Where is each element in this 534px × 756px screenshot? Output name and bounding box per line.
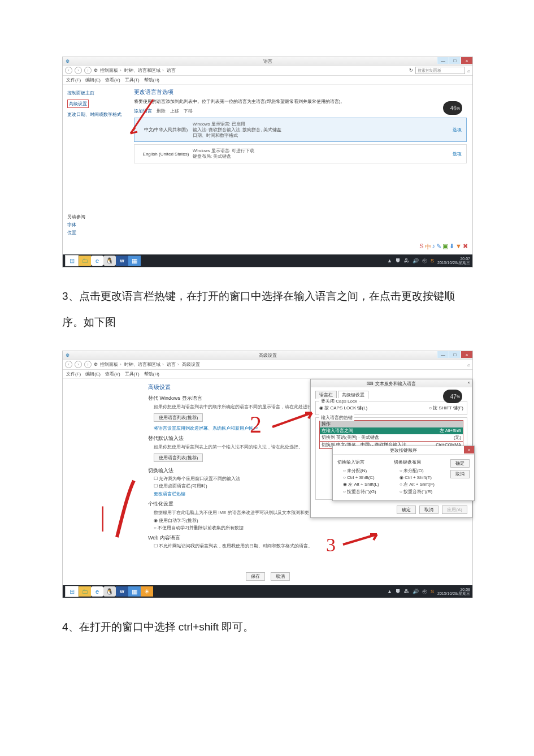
auto-learn-radio[interactable]: ◉ 使用自动学习(推荐): [154, 517, 468, 524]
caps-radio-shift[interactable]: ○ 按 SHIFT 键(F): [429, 405, 463, 411]
search-icon[interactable]: ⌕: [467, 362, 470, 368]
sidebar-fonts[interactable]: 字体: [67, 222, 129, 228]
default-input-dropdown[interactable]: 使用语言列表(推荐): [154, 453, 203, 462]
sidebar-cp-home[interactable]: 控制面板主页: [67, 90, 129, 96]
nav-up-button[interactable]: ↑: [84, 67, 92, 74]
menu-tools[interactable]: 工具(T): [125, 77, 140, 83]
radio-ctrl-shift[interactable]: ○ Ctrl + Shift(C): [343, 475, 384, 480]
word-icon[interactable]: W: [116, 586, 128, 597]
maximize-button[interactable]: □: [449, 57, 461, 64]
tray-360-icon[interactable]: S: [431, 589, 434, 594]
sidebar-advanced-settings[interactable]: 高级设置: [67, 100, 89, 108]
nav-forward-button[interactable]: ›: [75, 361, 82, 368]
remove-language-link[interactable]: 删除: [157, 108, 166, 114]
tray-volume-icon[interactable]: 🔊: [413, 589, 419, 594]
tray-icon[interactable]: ♪: [432, 243, 436, 251]
move-up-link[interactable]: 上移: [170, 108, 179, 114]
word-icon[interactable]: W: [116, 256, 128, 266]
tray-ime-icon[interactable]: ㊥: [422, 257, 427, 265]
qq-icon[interactable]: 🐧: [103, 256, 116, 266]
sidebar-change-date-format[interactable]: 更改日期、时间或数字格式: [67, 111, 129, 118]
dialog2-cancel-button[interactable]: 取消: [450, 470, 470, 478]
radio-alt-shift[interactable]: ○ 左 Alt + Shift(F): [400, 481, 440, 487]
nav-back-button[interactable]: ‹: [65, 67, 72, 74]
tab-advanced-keys[interactable]: 高级键设置: [338, 391, 368, 399]
menu-edit[interactable]: 编辑(E): [85, 371, 101, 377]
radio-none[interactable]: ○ 未分配(O): [400, 468, 440, 474]
display-lang-dropdown[interactable]: 使用语言列表(推荐): [154, 413, 203, 422]
language-row-english[interactable]: English (United States) Windows 显示语言: 可进…: [134, 144, 467, 163]
menu-view[interactable]: 查看(V): [105, 371, 120, 377]
taskbar-clock[interactable]: 20:08 2015/10/28/星期三: [437, 587, 470, 595]
app-icon[interactable]: ▦: [128, 256, 141, 266]
move-down-link[interactable]: 下移: [184, 108, 193, 114]
start-button[interactable]: ⊞: [65, 255, 79, 266]
minimize-button[interactable]: —: [437, 351, 449, 358]
menu-file[interactable]: 文件(F): [66, 77, 81, 83]
radio-ctrl-shift[interactable]: ◉ Ctrl + Shift(T): [400, 475, 440, 480]
ie-icon[interactable]: e: [91, 256, 103, 266]
maximize-button[interactable]: □: [449, 351, 461, 358]
tray-volume-icon[interactable]: 🔊: [413, 258, 419, 263]
menu-tools[interactable]: 工具(T): [125, 371, 140, 377]
tray-network-icon[interactable]: 🖧: [404, 258, 409, 263]
taskbar-clock[interactable]: 20:07 2015/10/28/星期三: [437, 257, 470, 265]
breadcrumb[interactable]: 控制面板› 时钟、语言和区域› 语言› 高级设置: [100, 361, 200, 368]
tray-icon[interactable]: S: [419, 243, 423, 251]
menu-file[interactable]: 文件(F): [66, 371, 81, 377]
nav-forward-button[interactable]: ›: [75, 67, 82, 74]
app-icon[interactable]: ▦: [128, 586, 141, 597]
app-icon[interactable]: ☀: [141, 586, 153, 597]
language-options-link[interactable]: 选项: [453, 127, 462, 133]
tray-network-icon[interactable]: 🖧: [404, 589, 409, 594]
menu-edit[interactable]: 编辑(E): [85, 77, 101, 83]
dialog-cancel-button[interactable]: 取消: [419, 506, 439, 514]
start-button[interactable]: ⊞: [65, 586, 79, 597]
menu-view[interactable]: 查看(V): [105, 77, 120, 83]
add-language-link[interactable]: 添加语言: [134, 108, 152, 114]
save-button[interactable]: 保存: [246, 572, 265, 581]
close-button[interactable]: ×: [461, 57, 472, 64]
tray-shield-icon[interactable]: ⛊: [396, 258, 401, 263]
radio-none[interactable]: ○ 未分配(N): [343, 468, 384, 474]
no-auto-learn-radio[interactable]: ○ 不使用自动学习并删除以前收集的所有数据: [154, 525, 468, 531]
tray-flag-icon[interactable]: ▲: [387, 258, 392, 263]
sidebar-location[interactable]: 位置: [67, 230, 129, 236]
dialog2-ok-button[interactable]: 确定: [450, 459, 470, 468]
list-item-english[interactable]: 切换到 英语(美国) - 美式键盘(无): [320, 434, 463, 441]
tray-icon[interactable]: ✖: [463, 243, 468, 251]
radio-alt-shift[interactable]: ◉ 左 Alt + Shift(L): [343, 481, 384, 487]
menu-help[interactable]: 帮助(H): [144, 77, 159, 83]
dialog-apply-button[interactable]: 应用(A): [442, 506, 467, 514]
explorer-icon[interactable]: 🗀: [79, 256, 91, 266]
tray-shield-icon[interactable]: ⛊: [396, 589, 401, 594]
breadcrumb[interactable]: 控制面板› 时钟、语言和区域› 语言: [100, 67, 176, 74]
tab-langbar[interactable]: 语言栏: [315, 391, 337, 399]
web-lang-checkbox[interactable]: ☐ 不允许网站访问我的语言列表，改用我使用的日期、时间和数字格式的语言。: [154, 543, 468, 549]
tray-360-icon[interactable]: S: [431, 258, 434, 263]
search-input[interactable]: 搜索控制面板: [415, 67, 465, 74]
tray-icon[interactable]: ▼: [455, 243, 462, 251]
search-icon[interactable]: ⌕: [467, 68, 470, 74]
minimize-button[interactable]: —: [437, 57, 449, 64]
language-row-chinese[interactable]: 中文(中华人民共和国) Windows 显示语言: 已启用 输入法: 微软拼音输…: [134, 118, 467, 142]
ie-icon[interactable]: e: [91, 586, 103, 597]
menu-help[interactable]: 帮助(H): [144, 371, 159, 377]
qq-icon[interactable]: 🐧: [103, 586, 116, 597]
tray-icon[interactable]: ✎: [436, 243, 441, 251]
language-options-link[interactable]: 选项: [453, 151, 462, 157]
caps-radio-capslock[interactable]: ◉ 按 CAPS LOCK 键(L): [319, 405, 367, 411]
nav-up-button[interactable]: ↑: [84, 361, 92, 368]
close-button[interactable]: ×: [461, 351, 472, 358]
hotkey-list[interactable]: 操作 在输入语言之间左 Alt+Shift 切换到 英语(美国) - 美式键盘(…: [319, 420, 463, 449]
radio-grave[interactable]: ○ 按重音符(`)(G): [343, 489, 384, 495]
cancel-button[interactable]: 取消: [271, 572, 290, 581]
refresh-icon[interactable]: ↻: [409, 68, 413, 73]
dialog2-close-button[interactable]: ×: [464, 446, 474, 453]
tray-icon[interactable]: ⬇: [449, 243, 454, 251]
nav-back-button[interactable]: ‹: [65, 361, 72, 368]
radio-grave[interactable]: ○ 按重音符(`)(R): [400, 489, 440, 495]
tray-flag-icon[interactable]: ▲: [387, 589, 392, 594]
dialog-close-button[interactable]: ×: [467, 380, 470, 385]
tray-ime-icon[interactable]: ㊥: [422, 588, 427, 595]
